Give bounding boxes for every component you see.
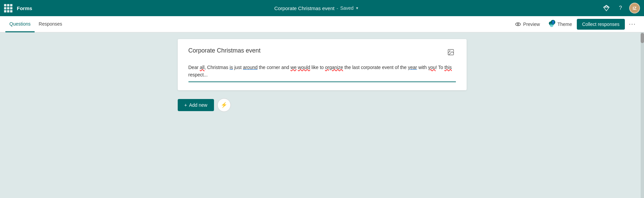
form-card: Corporate Christmas event Dear all, Chri…	[178, 39, 467, 90]
add-new-label: Add new	[189, 102, 207, 108]
svg-point-4	[516, 23, 521, 26]
theme-button[interactable]: 👤 Theme	[545, 19, 575, 30]
user-avatar[interactable]: IZ	[629, 3, 640, 13]
svg-marker-0	[604, 5, 609, 11]
actions-row: + Add new ⚡	[178, 98, 467, 112]
preview-button[interactable]: Preview	[512, 19, 543, 29]
tab-questions[interactable]: Questions	[5, 16, 35, 32]
svg-point-10	[449, 51, 450, 52]
form-container: Corporate Christmas event Dear all, Chri…	[178, 39, 467, 191]
top-bar-right: ? IZ	[601, 3, 640, 13]
theme-badge: 👤	[551, 20, 555, 25]
top-bar-left: Forms	[4, 4, 32, 12]
saved-status: Saved	[340, 5, 354, 11]
doc-title: Corporate Christmas event	[274, 5, 334, 11]
collect-responses-button[interactable]: Collect responses	[577, 19, 625, 30]
secondary-bar: Questions Responses Preview 👤 Theme	[0, 16, 644, 32]
eye-icon	[515, 21, 521, 27]
add-new-button[interactable]: + Add new	[178, 99, 214, 111]
scrollbar-thumb[interactable]	[641, 33, 644, 43]
app-launcher-icon[interactable]	[4, 4, 12, 12]
form-description[interactable]: Dear all, Christmas is just around the c…	[188, 64, 456, 82]
plus-icon: +	[184, 102, 187, 108]
scrollbar[interactable]	[641, 32, 644, 198]
more-options-button[interactable]: ···	[626, 19, 639, 30]
tab-responses[interactable]: Responses	[35, 16, 66, 32]
ai-suggestions-button[interactable]: ⚡	[217, 98, 231, 112]
title-separator: -	[337, 5, 338, 11]
help-icon-button[interactable]: ?	[615, 3, 626, 13]
tab-group: Questions Responses	[5, 16, 66, 32]
diamond-icon-button[interactable]	[601, 3, 612, 13]
image-icon	[447, 48, 455, 56]
form-title-row: Corporate Christmas event	[188, 47, 456, 58]
question-icon: ?	[619, 5, 622, 11]
lightning-icon: ⚡	[221, 102, 227, 108]
form-title: Corporate Christmas event	[188, 47, 261, 54]
title-dropdown-button[interactable]: ▾	[355, 5, 359, 11]
secondary-bar-actions: Preview 👤 Theme Collect responses ···	[512, 19, 639, 30]
app-title: Forms	[17, 5, 32, 11]
svg-point-5	[517, 23, 519, 25]
add-image-button[interactable]	[446, 47, 456, 58]
main-content: Corporate Christmas event Dear all, Chri…	[0, 32, 644, 198]
top-bar-center: Corporate Christmas event - Saved ▾	[32, 5, 601, 11]
top-bar: Forms Corporate Christmas event - Saved …	[0, 0, 644, 16]
ellipsis-icon: ···	[629, 21, 636, 27]
